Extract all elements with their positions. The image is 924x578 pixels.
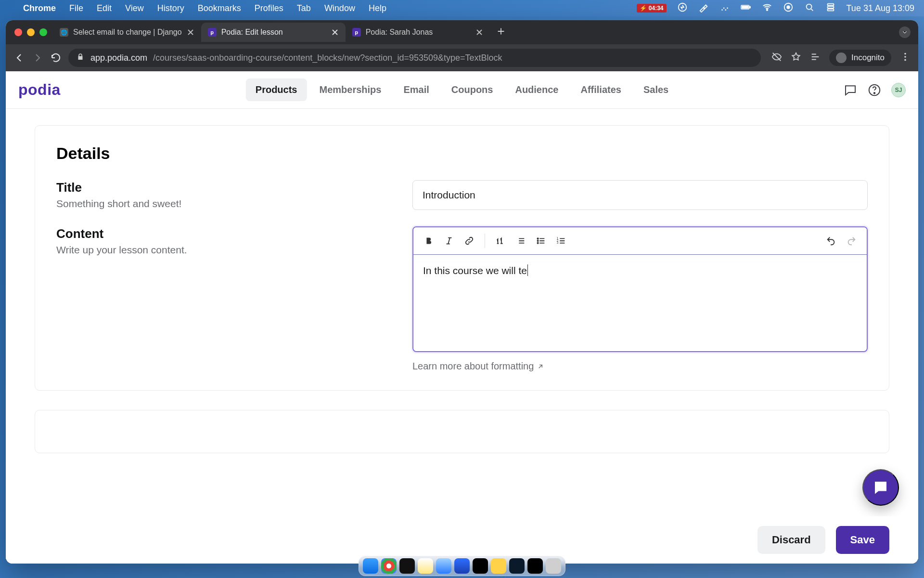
nav-affiliates[interactable]: Affiliates bbox=[571, 79, 630, 101]
close-tab-icon[interactable] bbox=[475, 28, 483, 36]
menubar-history[interactable]: History bbox=[157, 3, 184, 13]
tab-podia-sarah[interactable]: p Podia: Sarah Jonas bbox=[346, 23, 490, 42]
menubar-clock[interactable]: Tue 31 Aug 13:09 bbox=[847, 3, 914, 13]
close-tab-icon[interactable] bbox=[331, 28, 339, 36]
hammer-icon[interactable] bbox=[698, 2, 709, 15]
tab-podia-edit-lesson[interactable]: p Podia: Edit lesson bbox=[201, 23, 346, 42]
podia-favicon-icon: p bbox=[208, 28, 217, 37]
nav-products[interactable]: Products bbox=[246, 79, 307, 101]
content-label: Content bbox=[56, 226, 384, 241]
podia-logo[interactable]: podia bbox=[18, 81, 61, 99]
dock-terminal-icon[interactable] bbox=[399, 558, 415, 574]
battery-time-text: 04:34 bbox=[649, 5, 664, 12]
details-heading: Details bbox=[56, 144, 868, 163]
external-link-icon bbox=[537, 363, 544, 370]
control-center-icon[interactable] bbox=[783, 2, 794, 15]
control-strip-icon[interactable] bbox=[825, 2, 836, 15]
menubar-bookmarks[interactable]: Bookmarks bbox=[198, 3, 241, 13]
undo-button[interactable] bbox=[822, 232, 840, 250]
menubar-profiles[interactable]: Profiles bbox=[255, 3, 283, 13]
tabstrip-menu-icon[interactable] bbox=[899, 26, 911, 38]
eye-off-icon[interactable] bbox=[771, 52, 782, 64]
intercom-button[interactable] bbox=[862, 469, 899, 506]
url-input[interactable]: app.podia.com/courses/saas-onboarding-co… bbox=[68, 49, 761, 67]
svg-point-1 bbox=[721, 9, 723, 11]
nav-sales[interactable]: Sales bbox=[634, 79, 678, 101]
dock-activity-icon[interactable] bbox=[473, 558, 488, 574]
formatting-help-text: Learn more about formatting bbox=[412, 361, 534, 372]
redo-button[interactable] bbox=[843, 232, 860, 250]
tab-django-admin[interactable]: 🌐 Select email to change | Django bbox=[53, 23, 201, 42]
tab-title: Podia: Edit lesson bbox=[221, 28, 326, 37]
quote-button[interactable] bbox=[512, 232, 529, 250]
user-avatar[interactable]: SJ bbox=[891, 83, 906, 97]
macos-menubar: Chrome File Edit View History Bookmarks … bbox=[0, 0, 924, 16]
kebab-menu-icon[interactable] bbox=[900, 52, 911, 64]
title-input[interactable] bbox=[412, 180, 868, 210]
power-icon[interactable] bbox=[677, 2, 688, 15]
text-size-button[interactable] bbox=[492, 232, 509, 250]
window-traffic-lights[interactable] bbox=[11, 28, 53, 36]
incognito-badge[interactable]: Incognito bbox=[829, 50, 891, 66]
nav-email[interactable]: Email bbox=[394, 79, 438, 101]
search-icon[interactable] bbox=[804, 2, 815, 15]
bold-button[interactable] bbox=[420, 232, 437, 250]
nav-audience[interactable]: Audience bbox=[505, 79, 568, 101]
reading-list-icon[interactable] bbox=[810, 52, 821, 64]
formatting-help-link[interactable]: Learn more about formatting bbox=[412, 361, 868, 372]
bullet-list-button[interactable] bbox=[532, 232, 550, 250]
globe-icon: 🌐 bbox=[60, 28, 68, 37]
dock-xcode-icon[interactable] bbox=[509, 558, 525, 574]
content-text: In this course we will te bbox=[423, 265, 527, 276]
macos-dock[interactable] bbox=[359, 556, 565, 576]
menubar-file[interactable]: File bbox=[69, 3, 83, 13]
dock-console-icon[interactable] bbox=[527, 558, 543, 574]
dock-finder-icon[interactable] bbox=[363, 558, 378, 574]
number-list-button[interactable]: 123 bbox=[552, 232, 570, 250]
close-window-button[interactable] bbox=[14, 28, 22, 36]
dots-icon[interactable] bbox=[719, 2, 730, 15]
menubar-tab[interactable]: Tab bbox=[297, 3, 311, 13]
chat-icon[interactable] bbox=[843, 83, 858, 97]
tab-strip: 🌐 Select email to change | Django p Podi… bbox=[6, 20, 918, 44]
menubar-view[interactable]: View bbox=[125, 3, 144, 13]
nav-coupons[interactable]: Coupons bbox=[442, 79, 503, 101]
menubar-help[interactable]: Help bbox=[369, 3, 386, 13]
details-card: Details Title Something short and sweet!… bbox=[35, 125, 889, 391]
dock-notes-icon[interactable] bbox=[418, 558, 433, 574]
svg-point-20 bbox=[537, 238, 538, 239]
battery-indicator[interactable]: ⚡04:34 bbox=[637, 4, 667, 13]
svg-rect-12 bbox=[827, 3, 834, 5]
url-path: /courses/saas-onboarding-course/content_… bbox=[153, 53, 502, 63]
close-tab-icon[interactable] bbox=[187, 28, 194, 36]
wifi-icon[interactable] bbox=[762, 2, 772, 15]
menubar-window[interactable]: Window bbox=[324, 3, 355, 13]
save-button[interactable]: Save bbox=[836, 526, 889, 554]
discard-button[interactable]: Discard bbox=[757, 526, 825, 554]
content-textarea[interactable]: In this course we will te bbox=[413, 255, 867, 351]
fullscreen-window-button[interactable] bbox=[39, 28, 47, 36]
back-button[interactable] bbox=[13, 52, 25, 64]
svg-text:3: 3 bbox=[557, 241, 559, 244]
battery-icon[interactable] bbox=[741, 2, 751, 15]
link-button[interactable] bbox=[461, 232, 478, 250]
minimize-window-button[interactable] bbox=[27, 28, 35, 36]
dock-chrome-icon[interactable] bbox=[381, 558, 397, 574]
star-icon[interactable] bbox=[791, 52, 801, 64]
help-icon[interactable] bbox=[867, 83, 882, 97]
menubar-app-name[interactable]: Chrome bbox=[23, 3, 56, 13]
dock-safari-icon[interactable] bbox=[436, 558, 451, 574]
incognito-label: Incognito bbox=[851, 53, 885, 63]
dock-quicktime-icon[interactable] bbox=[454, 558, 470, 574]
reload-button[interactable] bbox=[50, 52, 62, 64]
italic-button[interactable] bbox=[440, 232, 458, 250]
lock-icon bbox=[76, 53, 85, 64]
forward-button[interactable] bbox=[32, 52, 43, 64]
title-help: Something short and sweet! bbox=[56, 198, 384, 210]
svg-point-16 bbox=[904, 56, 906, 58]
nav-memberships[interactable]: Memberships bbox=[309, 79, 391, 101]
dock-bolt-icon[interactable] bbox=[491, 558, 506, 574]
dock-trash-icon[interactable] bbox=[546, 558, 561, 574]
menubar-edit[interactable]: Edit bbox=[97, 3, 112, 13]
new-tab-button[interactable] bbox=[496, 26, 506, 39]
